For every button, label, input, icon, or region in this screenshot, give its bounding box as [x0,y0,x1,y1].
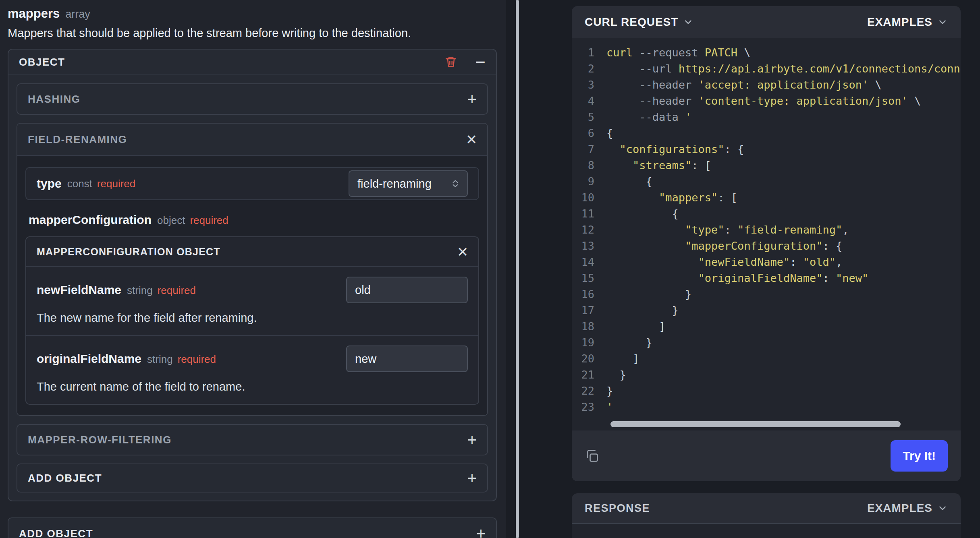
mapper-configuration-required: required [190,214,228,227]
mapper-configuration-label-row: mapperConfiguration object required [29,213,476,227]
line-number: 12 [572,222,606,238]
code-line: 9 { [572,174,961,190]
mapper-row-filtering-title: MAPPER-ROW-FILTERING [28,434,172,446]
plus-icon: + [467,470,477,486]
code-line: 4 --header 'content-type: application/js… [572,93,961,109]
line-number: 23 [572,399,606,415]
add-object-inner-label: ADD OBJECT [28,472,102,484]
line-number: 22 [572,383,606,399]
hashing-section[interactable]: HASHING + [17,83,488,115]
mapper-configuration-panel: MAPPERCONFIGURATION OBJECT × [25,236,479,405]
code-line: 17 } [572,302,961,319]
object-panel: OBJECT − HASHING [8,49,497,501]
original-field-name-required: required [178,353,216,366]
code-line: 14 "newFieldName": "old", [572,254,961,270]
code-line: 5 --data ' [572,109,961,125]
type-property-name: type [37,177,62,190]
line-number: 13 [572,238,606,254]
response-examples-dropdown[interactable]: EXAMPLES [867,502,948,515]
line-number: 7 [572,141,606,157]
curl-request-card: CURL REQUEST EXAMPLES 1curl --request PA… [572,6,961,481]
original-field-name-description: The current name of the field to rename. [37,380,468,393]
mappers-field-header: mappers array [8,6,497,21]
close-mapper-configuration-button[interactable]: × [457,243,468,261]
field-renaming-section: FIELD-RENAMING × type const required [17,123,488,416]
expand-hashing-button[interactable]: + [467,91,477,107]
plus-icon: + [467,432,477,448]
line-number: 5 [572,109,606,125]
field-type: array [65,8,90,21]
copy-icon [585,449,599,463]
close-icon: × [466,130,477,148]
original-field-name-input[interactable] [346,346,468,372]
plus-icon: + [476,526,486,538]
code-line: 22} [572,383,961,399]
trash-icon [444,56,457,68]
collapse-object-button[interactable]: − [475,53,486,71]
mapper-configuration-kind: object [157,214,185,227]
field-renaming-header[interactable]: FIELD-RENAMING × [17,124,487,156]
line-number: 15 [572,270,606,286]
new-field-name-input[interactable] [346,277,468,303]
field-description: Mappers that should be applied to the st… [8,27,497,40]
new-field-name-row: newFieldName string required The new nam… [26,267,478,335]
code-line: 3 --header 'accept: application/json' \ [572,77,961,93]
new-field-name-label: newFieldName [37,283,121,297]
code-lines: 1curl --request PATCH \2 --url https://a… [572,45,961,415]
line-number: 6 [572,125,606,141]
mapper-configuration-name: mapperConfiguration [29,213,152,227]
code-line: 13 "mapperConfiguration": { [572,238,961,254]
hashing-section-title: HASHING [28,93,80,106]
copy-code-button[interactable] [585,449,599,463]
code-horizontal-scrollbar[interactable] [610,421,901,427]
mapper-row-filtering-section[interactable]: MAPPER-ROW-FILTERING + [17,424,488,455]
line-number: 4 [572,93,606,109]
code-line: 23' [572,399,961,415]
minus-icon: − [475,53,486,71]
code-line: 19 } [572,335,961,351]
delete-object-button[interactable] [444,56,457,68]
curl-examples-label: EXAMPLES [867,16,932,29]
new-field-name-description: The new name for the field after renamin… [37,311,468,325]
mapper-configuration-panel-header[interactable]: MAPPERCONFIGURATION OBJECT × [26,237,478,267]
code-line: 21 } [572,367,961,383]
try-it-button[interactable]: Try It! [891,440,948,472]
object-panel-title: OBJECT [19,56,65,68]
curl-examples-dropdown[interactable]: EXAMPLES [867,16,948,29]
add-object-outer-label: ADD OBJECT [19,528,93,538]
line-number: 3 [572,77,606,93]
select-chevrons-icon [450,178,461,189]
curl-request-toggle[interactable]: CURL REQUEST [585,16,693,29]
chevron-down-icon [683,17,693,27]
add-object-outer-button[interactable]: ADD OBJECT + [8,517,497,538]
response-card: RESPONSE EXAMPLES [572,493,961,538]
object-panel-header: OBJECT − [8,50,496,75]
curl-card-footer: Try It! [572,430,961,481]
curl-code-block: 1curl --request PATCH \2 --url https://a… [572,38,961,430]
line-number: 14 [572,254,606,270]
code-line: 18 ] [572,319,961,335]
type-select[interactable]: field-renaming [349,170,468,197]
line-number: 10 [572,190,606,206]
code-line: 15 "originalFieldName": "new" [572,270,961,286]
line-number: 1 [572,45,606,61]
code-line: 11 { [572,206,961,222]
code-line: 2 --url https://api.airbyte.com/v1/conne… [572,61,961,77]
line-number: 21 [572,367,606,383]
chevron-down-icon [937,503,948,513]
original-field-name-label: originalFieldName [37,352,141,366]
code-line: 12 "type": "field-renaming", [572,222,961,238]
curl-request-header: CURL REQUEST EXAMPLES [572,6,961,38]
left-pane-scrollbar[interactable] [516,0,519,538]
close-field-renaming-button[interactable]: × [466,130,477,148]
expand-mapper-row-filtering-button[interactable]: + [467,432,477,448]
line-number: 9 [572,174,606,190]
response-header: RESPONSE EXAMPLES [572,493,961,524]
mapper-configuration-panel-title: MAPPERCONFIGURATION OBJECT [37,246,220,258]
chevron-down-icon [937,17,948,27]
line-number: 16 [572,286,606,302]
new-field-name-required: required [158,284,196,297]
plus-icon: + [467,91,477,107]
add-object-inner-button[interactable]: ADD OBJECT + [17,464,488,492]
original-field-name-kind: string [147,353,173,366]
